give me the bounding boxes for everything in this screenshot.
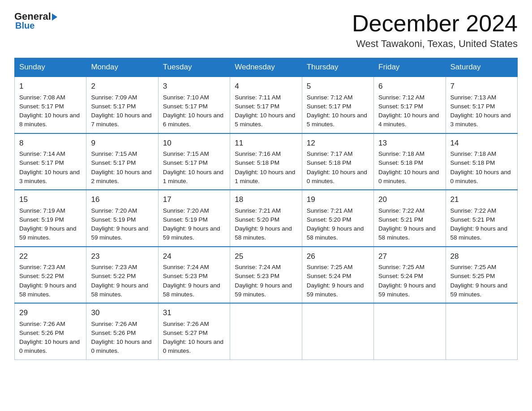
col-header-monday: Monday xyxy=(86,58,158,77)
day-number: 30 xyxy=(91,307,153,319)
day-info: Sunrise: 7:26 AMSunset: 5:27 PMDaylight:… xyxy=(163,320,225,356)
col-header-tuesday: Tuesday xyxy=(158,58,230,77)
day-info: Sunrise: 7:25 AMSunset: 5:24 PMDaylight:… xyxy=(307,263,369,299)
calendar-cell: 30Sunrise: 7:26 AMSunset: 5:26 PMDayligh… xyxy=(86,303,158,360)
day-info: Sunrise: 7:18 AMSunset: 5:18 PMDaylight:… xyxy=(378,150,441,186)
calendar-cell: 13Sunrise: 7:18 AMSunset: 5:18 PMDayligh… xyxy=(374,133,446,190)
logo-blue: Blue xyxy=(14,21,34,31)
calendar-week-row: 29Sunrise: 7:26 AMSunset: 5:26 PMDayligh… xyxy=(15,303,518,360)
calendar-cell: 2Sunrise: 7:09 AMSunset: 5:17 PMDaylight… xyxy=(86,77,158,133)
day-number: 28 xyxy=(450,251,513,262)
calendar-week-row: 1Sunrise: 7:08 AMSunset: 5:17 PMDaylight… xyxy=(15,77,518,133)
day-info: Sunrise: 7:19 AMSunset: 5:19 PMDaylight:… xyxy=(19,206,82,243)
calendar-cell: 23Sunrise: 7:23 AMSunset: 5:22 PMDayligh… xyxy=(86,247,158,304)
day-number: 4 xyxy=(235,81,297,92)
day-number: 5 xyxy=(307,81,369,92)
col-header-friday: Friday xyxy=(374,58,446,77)
day-number: 11 xyxy=(235,137,297,149)
title-block: December 2024 West Tawakoni, Texas, Unit… xyxy=(352,11,518,50)
day-info: Sunrise: 7:17 AMSunset: 5:18 PMDaylight:… xyxy=(307,150,369,186)
calendar-cell: 6Sunrise: 7:12 AMSunset: 5:17 PMDaylight… xyxy=(374,77,446,133)
calendar-cell: 12Sunrise: 7:17 AMSunset: 5:18 PMDayligh… xyxy=(302,133,373,190)
day-info: Sunrise: 7:25 AMSunset: 5:25 PMDaylight:… xyxy=(450,263,513,299)
day-info: Sunrise: 7:21 AMSunset: 5:20 PMDaylight:… xyxy=(307,206,369,243)
calendar-cell: 7Sunrise: 7:13 AMSunset: 5:17 PMDaylight… xyxy=(446,77,517,133)
day-info: Sunrise: 7:21 AMSunset: 5:20 PMDaylight:… xyxy=(235,206,297,243)
day-number: 8 xyxy=(19,137,82,149)
day-info: Sunrise: 7:14 AMSunset: 5:17 PMDaylight:… xyxy=(19,150,82,186)
calendar-cell: 24Sunrise: 7:24 AMSunset: 5:23 PMDayligh… xyxy=(158,247,230,304)
calendar-cell: 28Sunrise: 7:25 AMSunset: 5:25 PMDayligh… xyxy=(446,247,517,304)
calendar-cell: 29Sunrise: 7:26 AMSunset: 5:26 PMDayligh… xyxy=(15,303,86,360)
calendar-cell: 18Sunrise: 7:21 AMSunset: 5:20 PMDayligh… xyxy=(230,190,302,247)
day-number: 19 xyxy=(307,194,369,206)
calendar-cell: 9Sunrise: 7:15 AMSunset: 5:17 PMDaylight… xyxy=(86,133,158,190)
day-number: 22 xyxy=(19,251,82,262)
day-info: Sunrise: 7:12 AMSunset: 5:17 PMDaylight:… xyxy=(378,93,441,129)
calendar-cell xyxy=(302,303,373,360)
day-number: 25 xyxy=(235,251,297,262)
calendar-cell: 26Sunrise: 7:25 AMSunset: 5:24 PMDayligh… xyxy=(302,247,373,304)
col-header-sunday: Sunday xyxy=(15,58,86,77)
calendar-cell: 4Sunrise: 7:11 AMSunset: 5:17 PMDaylight… xyxy=(230,77,302,133)
day-number: 13 xyxy=(378,137,441,149)
day-info: Sunrise: 7:24 AMSunset: 5:23 PMDaylight:… xyxy=(235,263,297,299)
day-info: Sunrise: 7:22 AMSunset: 5:21 PMDaylight:… xyxy=(378,206,441,243)
day-info: Sunrise: 7:08 AMSunset: 5:17 PMDaylight:… xyxy=(19,93,82,129)
calendar-cell: 22Sunrise: 7:23 AMSunset: 5:22 PMDayligh… xyxy=(15,247,86,304)
calendar-cell: 31Sunrise: 7:26 AMSunset: 5:27 PMDayligh… xyxy=(158,303,230,360)
logo-arrow-icon xyxy=(52,13,57,21)
day-number: 3 xyxy=(163,81,225,92)
day-info: Sunrise: 7:13 AMSunset: 5:17 PMDaylight:… xyxy=(450,93,513,129)
day-number: 14 xyxy=(450,137,513,149)
calendar-cell: 8Sunrise: 7:14 AMSunset: 5:17 PMDaylight… xyxy=(15,133,86,190)
day-number: 15 xyxy=(19,194,82,206)
day-number: 2 xyxy=(91,81,153,92)
calendar-cell: 1Sunrise: 7:08 AMSunset: 5:17 PMDaylight… xyxy=(15,77,86,133)
calendar-cell: 3Sunrise: 7:10 AMSunset: 5:17 PMDaylight… xyxy=(158,77,230,133)
calendar-cell: 27Sunrise: 7:25 AMSunset: 5:24 PMDayligh… xyxy=(374,247,446,304)
day-number: 12 xyxy=(307,137,369,149)
calendar-table: SundayMondayTuesdayWednesdayThursdayFrid… xyxy=(14,58,518,360)
calendar-cell: 20Sunrise: 7:22 AMSunset: 5:21 PMDayligh… xyxy=(374,190,446,247)
day-info: Sunrise: 7:12 AMSunset: 5:17 PMDaylight:… xyxy=(307,93,369,129)
day-info: Sunrise: 7:16 AMSunset: 5:18 PMDaylight:… xyxy=(235,150,297,186)
day-info: Sunrise: 7:23 AMSunset: 5:22 PMDaylight:… xyxy=(19,263,82,299)
month-title: December 2024 xyxy=(352,11,518,36)
day-number: 18 xyxy=(235,194,297,206)
calendar-week-row: 15Sunrise: 7:19 AMSunset: 5:19 PMDayligh… xyxy=(15,190,518,247)
day-number: 31 xyxy=(163,307,225,319)
calendar-header-row: SundayMondayTuesdayWednesdayThursdayFrid… xyxy=(15,58,518,77)
calendar-cell: 15Sunrise: 7:19 AMSunset: 5:19 PMDayligh… xyxy=(15,190,86,247)
day-info: Sunrise: 7:22 AMSunset: 5:21 PMDaylight:… xyxy=(450,206,513,243)
calendar-cell: 5Sunrise: 7:12 AMSunset: 5:17 PMDaylight… xyxy=(302,77,373,133)
calendar-week-row: 22Sunrise: 7:23 AMSunset: 5:22 PMDayligh… xyxy=(15,247,518,304)
day-number: 9 xyxy=(91,137,153,149)
day-number: 6 xyxy=(378,81,441,92)
calendar-cell: 14Sunrise: 7:18 AMSunset: 5:18 PMDayligh… xyxy=(446,133,517,190)
day-number: 29 xyxy=(19,307,82,319)
calendar-cell: 10Sunrise: 7:15 AMSunset: 5:17 PMDayligh… xyxy=(158,133,230,190)
day-info: Sunrise: 7:20 AMSunset: 5:19 PMDaylight:… xyxy=(163,206,225,243)
day-info: Sunrise: 7:11 AMSunset: 5:17 PMDaylight:… xyxy=(235,93,297,129)
day-info: Sunrise: 7:15 AMSunset: 5:17 PMDaylight:… xyxy=(163,150,225,186)
calendar-cell: 16Sunrise: 7:20 AMSunset: 5:19 PMDayligh… xyxy=(86,190,158,247)
col-header-wednesday: Wednesday xyxy=(230,58,302,77)
day-info: Sunrise: 7:23 AMSunset: 5:22 PMDaylight:… xyxy=(91,263,153,299)
logo: General Blue xyxy=(14,11,57,31)
day-info: Sunrise: 7:10 AMSunset: 5:17 PMDaylight:… xyxy=(163,93,225,129)
day-number: 24 xyxy=(163,251,225,262)
col-header-saturday: Saturday xyxy=(446,58,517,77)
calendar-week-row: 8Sunrise: 7:14 AMSunset: 5:17 PMDaylight… xyxy=(15,133,518,190)
day-number: 26 xyxy=(307,251,369,262)
day-number: 21 xyxy=(450,194,513,206)
day-info: Sunrise: 7:15 AMSunset: 5:17 PMDaylight:… xyxy=(91,150,153,186)
calendar-cell: 19Sunrise: 7:21 AMSunset: 5:20 PMDayligh… xyxy=(302,190,373,247)
calendar-cell xyxy=(446,303,517,360)
day-info: Sunrise: 7:25 AMSunset: 5:24 PMDaylight:… xyxy=(378,263,441,299)
calendar-cell: 25Sunrise: 7:24 AMSunset: 5:23 PMDayligh… xyxy=(230,247,302,304)
day-info: Sunrise: 7:24 AMSunset: 5:23 PMDaylight:… xyxy=(163,263,225,299)
day-number: 23 xyxy=(91,251,153,262)
day-number: 7 xyxy=(450,81,513,92)
calendar-cell xyxy=(374,303,446,360)
